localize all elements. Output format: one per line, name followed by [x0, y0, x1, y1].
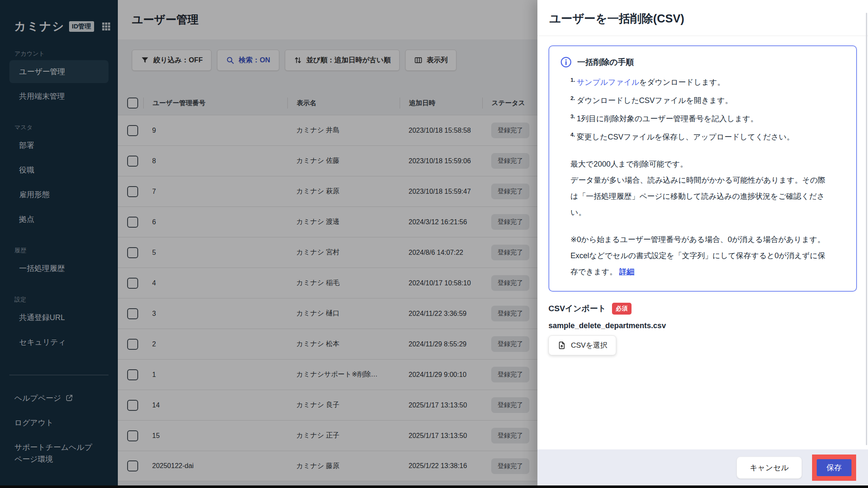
drawer-title: ユーザーを一括削除(CSV)	[549, 11, 856, 26]
info-box: 一括削除の手順 1.サンプルファイルをダウンロードします。2.ダウンロードしたC…	[548, 45, 857, 292]
file-upload-icon	[557, 341, 566, 350]
step-number: 1.	[570, 77, 575, 83]
info-box-heading: 一括削除の手順	[560, 56, 845, 68]
csv-filename: sample_delete_departments.csv	[548, 321, 857, 330]
info-paragraph: データ量が多い場合、読み込みに時間がかかる可能性があります。その際は「一括処理履…	[560, 172, 832, 220]
step-number: 3.	[570, 113, 575, 120]
info-step: 1.サンプルファイルをダウンロードします。	[570, 72, 845, 90]
required-badge: 必須	[612, 303, 632, 315]
drawer-body: 一括削除の手順 1.サンプルファイルをダウンロードします。2.ダウンロードしたC…	[537, 36, 868, 365]
drawer-footer: キャンセル 保存	[537, 449, 868, 485]
info-heading-text: 一括削除の手順	[577, 57, 634, 68]
save-button[interactable]: 保存	[817, 459, 851, 476]
info-step: 2.ダウンロードしたCSVファイルを開きます。	[570, 90, 845, 109]
drawer-header: ユーザーを一括削除(CSV)	[537, 0, 868, 36]
scrollbar[interactable]	[866, 13, 867, 445]
bulk-delete-drawer: ユーザーを一括削除(CSV) 一括削除の手順 1.サンプルファイルをダウンロード…	[537, 0, 868, 485]
info-note-text: ※0から始まるユーザー管理番号がある場合、0が消える場合があります。Excelな…	[570, 235, 825, 276]
csv-import-label: CSVインポート	[548, 303, 606, 314]
sample-file-link[interactable]: サンプルファイル	[577, 78, 639, 86]
window-bottom-edge	[0, 485, 868, 488]
info-icon	[560, 56, 572, 68]
info-steps-list: 1.サンプルファイルをダウンロードします。2.ダウンロードしたCSVファイルを開…	[560, 72, 845, 145]
info-paragraph: 最大で2000人まで削除可能です。	[560, 156, 832, 172]
step-text: 1列目に削除対象のユーザー管理番号を記入します。	[577, 114, 758, 123]
cancel-button[interactable]: キャンセル	[737, 457, 802, 479]
step-number: 4.	[570, 131, 575, 138]
csv-import-row: CSVインポート 必須	[548, 303, 857, 315]
step-text: をダウンロードします。	[639, 78, 725, 86]
info-step: 4.変更したCSVファイルを保存し、アップロードしてください。	[570, 127, 845, 145]
step-number: 2.	[570, 95, 575, 101]
step-text: ダウンロードしたCSVファイルを開きます。	[577, 96, 732, 105]
select-csv-button[interactable]: CSVを選択	[548, 335, 616, 355]
info-step: 3.1列目に削除対象のユーザー管理番号を記入します。	[570, 109, 845, 127]
select-csv-label: CSVを選択	[571, 340, 607, 350]
info-note: ※0から始まるユーザー管理番号がある場合、0が消える場合があります。Excelな…	[560, 231, 832, 280]
details-link[interactable]: 詳細	[619, 268, 634, 276]
step-text: 変更したCSVファイルを保存し、アップロードしてください。	[577, 133, 794, 141]
app-window: カミナシ ID管理 アカウントユーザー管理共用端末管理マスタ部署役職雇用形態拠点…	[0, 0, 868, 488]
save-button-highlight: 保存	[812, 455, 856, 481]
modal-overlay[interactable]	[0, 0, 537, 485]
